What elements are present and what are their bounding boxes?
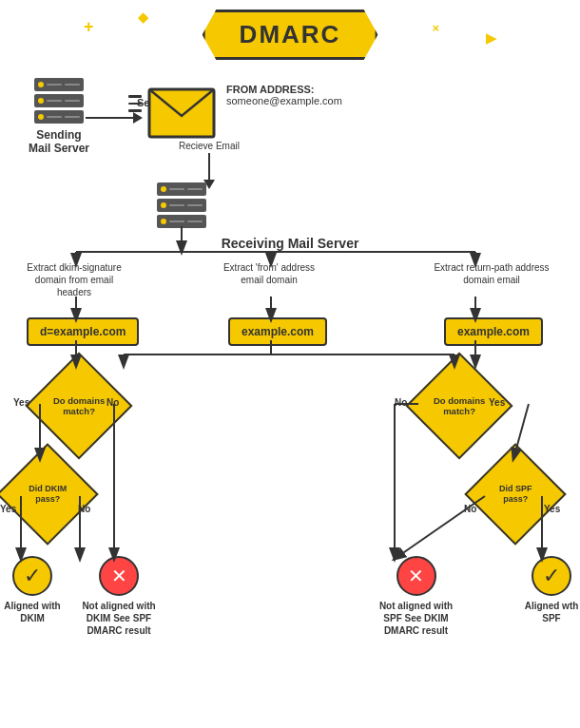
right-diamond-yes: Yes: [489, 397, 505, 408]
receiving-server-label: Receiving Mail Server: [222, 236, 359, 251]
left-diamond-no: No: [106, 397, 119, 408]
left-extract-label: Extract dkim-signature domain from email…: [17, 261, 131, 298]
deco-plus: +: [84, 17, 94, 37]
dkim-diamond-no: No: [78, 504, 90, 514]
server-icon: [34, 78, 84, 124]
sending-server: SendingMail Server: [29, 78, 89, 155]
receiving-server: [157, 182, 206, 228]
deco-cross: ×: [432, 21, 439, 35]
arrow-to-envelope: [86, 112, 143, 124]
envelope-icon: [147, 87, 216, 143]
deco-diamond: ◆: [138, 10, 148, 25]
from-address: FROM ADDRESS: someone@example.com: [226, 84, 342, 106]
left-domain-box: d=example.com: [27, 317, 139, 346]
middle-domain-box: example.com: [228, 317, 327, 346]
outcome-spf-pass: ✓ Aligned wth SPF: [523, 556, 580, 624]
right-extract-label: Extract return-path address domain email: [430, 261, 553, 286]
title-text: DMARC: [240, 20, 341, 48]
spf-diamond-no: No: [464, 504, 476, 514]
sending-server-label: SendingMail Server: [29, 128, 89, 155]
receiving-server-icon: [157, 182, 206, 228]
outcome-dkim-pass: ✓ Aligned with DKIM: [4, 556, 61, 624]
deco-triangle: ▶: [486, 30, 496, 46]
right-diamond-no: No: [395, 397, 407, 408]
title-banner: DMARC: [203, 10, 378, 60]
middle-extract-label: Extract 'from' address email domain: [217, 261, 321, 286]
dkim-pass-diamond: Did DKIM pass?: [10, 456, 86, 532]
outcome-dkim-fail: ✕ Not aligned with DKIM See SPF DMARC re…: [76, 556, 162, 637]
spf-diamond-yes: Yes: [544, 504, 560, 514]
spf-pass-diamond: Did SPF pass?: [477, 456, 553, 532]
outcome-spf-fail: ✕ Not aligned with SPF See DKIM DMARC re…: [371, 556, 461, 637]
dkim-diamond-yes: Yes: [0, 504, 16, 514]
left-diamond-yes: Yes: [13, 397, 29, 408]
right-domain-box: example.com: [444, 317, 543, 346]
